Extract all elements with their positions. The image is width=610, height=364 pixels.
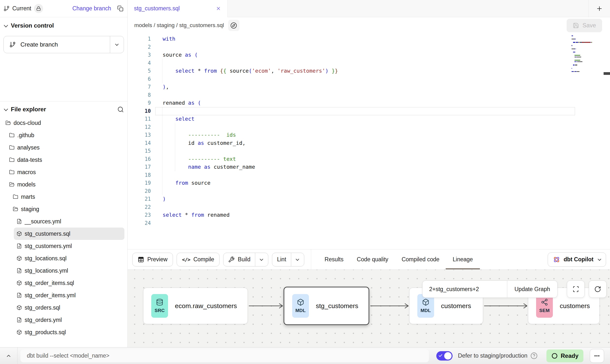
file-tree-label: stg_orders.sql (25, 304, 60, 311)
code-line: 9renamed as ( (128, 99, 610, 107)
panel-tabs: ResultsCode qualityCompiled codeLineage (325, 249, 473, 270)
panel-tab-compiled-code[interactable]: Compiled code (402, 249, 439, 270)
copy-icon[interactable] (117, 5, 123, 12)
save-button[interactable]: Save (567, 19, 602, 32)
node-label: customers (560, 302, 590, 310)
scrollbar-thumb[interactable] (604, 72, 610, 75)
panel-tab-code-quality[interactable]: Code quality (357, 249, 388, 270)
file-tree-item[interactable]: marts (10, 191, 124, 203)
fullscreen-icon (572, 286, 579, 293)
node-label: stg_customers (316, 302, 358, 310)
line-number: 24 (128, 219, 151, 227)
line-number: 20 (128, 187, 151, 195)
code-icon: </> (182, 257, 190, 263)
file-tree-label: stg_products.sql (25, 329, 66, 336)
lint-dropdown[interactable] (291, 253, 304, 266)
file-tree-item[interactable]: stg_customers.yml (14, 240, 124, 252)
sidebar: Current Change branch Version control (0, 0, 128, 347)
file-tree-item[interactable]: staging (10, 203, 124, 215)
create-branch-split-button: Create branch (3, 36, 124, 53)
node-label: customers (441, 302, 471, 310)
line-number: 14 (128, 139, 151, 147)
ellipsis-icon (594, 353, 600, 359)
file-tree-item[interactable]: macros (6, 166, 124, 178)
file-tree-item[interactable]: __sources.yml (14, 215, 124, 228)
status-circle-icon (551, 353, 558, 359)
create-branch-button[interactable]: Create branch (4, 36, 110, 53)
file-tree-item[interactable]: stg_order_items.sql (14, 277, 124, 289)
lineage-selector-input[interactable]: 2+stg_customers+2 (423, 281, 507, 298)
file-tree-item[interactable]: data-tests (6, 154, 124, 166)
code-line: 15 (128, 147, 610, 155)
folder-open-icon (9, 182, 15, 187)
lineage-canvas[interactable]: 2+stg_customers+2 Update Graph SRCecom.r… (128, 269, 610, 347)
node-type-label: SRC (154, 308, 165, 313)
version-control-header[interactable]: Version control (0, 22, 127, 29)
status-badge[interactable]: Ready (546, 349, 583, 362)
new-tab-button[interactable] (588, 0, 610, 17)
git-branch-icon (9, 41, 16, 48)
tab-bar: stg_customers.sql (128, 0, 610, 17)
dbt-copilot-logo-icon (553, 256, 560, 263)
lineage-node-ecom.raw_customers[interactable]: SRCecom.raw_customers (143, 288, 248, 324)
lint-label: Lint (277, 256, 286, 263)
file-tree-label: marts (21, 194, 35, 200)
more-options-button[interactable] (590, 349, 604, 363)
panel-tab-lineage[interactable]: Lineage (453, 249, 473, 270)
close-icon[interactable] (216, 6, 221, 11)
command-input[interactable]: dbt build --select <model_name> (20, 349, 429, 362)
ready-label: Ready (561, 352, 578, 359)
panel-tab-results[interactable]: Results (325, 249, 344, 270)
file-tree-item[interactable]: stg_locations.yml (14, 265, 124, 277)
fullscreen-button[interactable] (567, 281, 585, 298)
chevron-up-icon (6, 353, 12, 359)
dbt-cloud-ide: Current Change branch Version control (0, 0, 610, 364)
lint-button[interactable]: Lint (272, 253, 291, 266)
tab-stg-customers-sql[interactable]: stg_customers.sql (128, 0, 228, 17)
file-tree-item[interactable]: stg_orders.yml (14, 314, 124, 326)
file-tree-item[interactable]: docs-cloud (3, 117, 124, 129)
line-number: 19 (128, 179, 151, 187)
file-tree-item[interactable]: stg_products.sql (14, 326, 124, 338)
model-icon (17, 256, 22, 261)
minimap[interactable] (572, 35, 596, 74)
dbt-copilot-label: dbt Copilot (564, 256, 593, 263)
code-line: 12 (128, 123, 610, 131)
file-tree-label: data-tests (17, 157, 42, 163)
update-graph-button[interactable]: Update Graph (507, 281, 557, 298)
code-editor[interactable]: 1with23source as (45 select * from {{ so… (128, 33, 610, 249)
compile-button[interactable]: </> Compile (177, 253, 220, 266)
line-number: 15 (128, 147, 151, 155)
file-explorer-header[interactable]: File explorer (0, 106, 127, 113)
preview-button[interactable]: Preview (132, 253, 173, 266)
lineage-node-stg_customers[interactable]: MDLstg_customers (284, 287, 369, 325)
file-tree-label: __sources.yml (25, 218, 61, 225)
branch-locked-badge (34, 4, 43, 13)
command-placeholder: dbt build --select <model_name> (27, 352, 109, 359)
lineage-edge (484, 302, 527, 310)
help-icon[interactable] (530, 352, 538, 359)
lineage-edge (249, 302, 283, 310)
create-branch-dropdown[interactable] (110, 36, 124, 53)
explore-docs-button[interactable] (228, 20, 239, 31)
build-button[interactable]: Build (223, 253, 255, 266)
file-tree-item[interactable]: models (6, 178, 124, 191)
file-tree-item[interactable]: stg_order_items.yml (14, 289, 124, 301)
collapse-panel-button[interactable] (0, 347, 17, 364)
search-icon[interactable] (117, 106, 124, 113)
file-tree-label: staging (21, 206, 39, 213)
file-tree-item[interactable]: stg_customers.sql (14, 228, 124, 240)
change-branch-link[interactable]: Change branch (72, 5, 111, 12)
file-tree-label: stg_order_items.yml (25, 292, 76, 299)
refresh-button[interactable] (589, 281, 607, 298)
file-tree-item[interactable]: stg_locations.sql (14, 252, 124, 265)
defer-toggle[interactable] (436, 351, 453, 361)
file-tree-item[interactable]: .github (6, 129, 124, 141)
file-tree-item[interactable]: stg_orders.sql (14, 301, 124, 314)
file-tree-label: analyses (17, 144, 40, 151)
folder-icon (9, 169, 15, 175)
line-number: 23 (128, 211, 151, 219)
dbt-copilot-button[interactable]: dbt Copilot (548, 252, 606, 267)
build-dropdown[interactable] (255, 253, 268, 266)
file-tree-item[interactable]: analyses (6, 141, 124, 154)
